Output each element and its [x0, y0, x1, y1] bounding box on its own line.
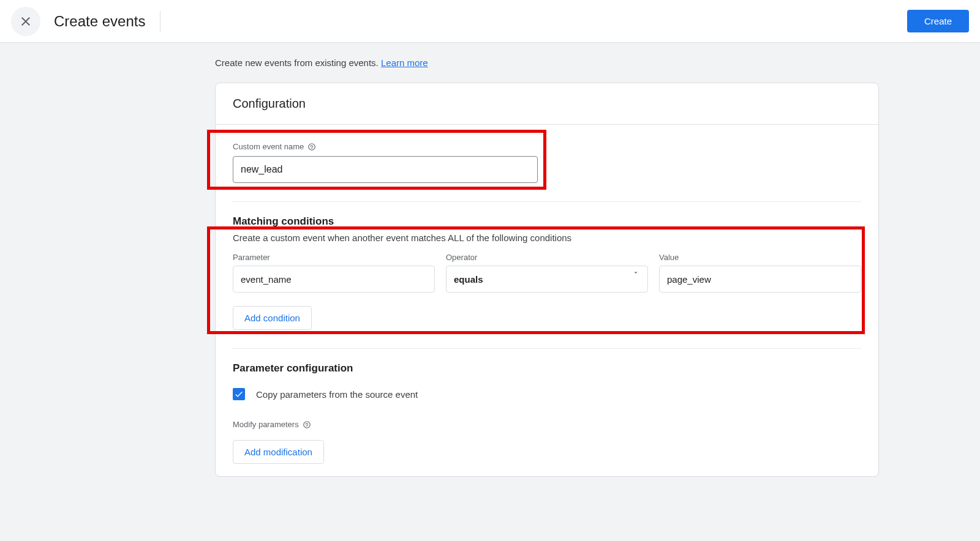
header-divider: [160, 11, 160, 32]
intro-row: Create new events from existing events. …: [101, 43, 879, 83]
modify-parameters-label: Modify parameters: [233, 420, 861, 429]
operator-select[interactable]: equals: [446, 266, 648, 293]
operator-value: equals: [454, 274, 483, 285]
condition-row: Parameter Operator equals Value: [233, 253, 861, 293]
close-icon: [18, 14, 33, 29]
operator-label: Operator: [446, 253, 648, 262]
value-col: Value: [659, 253, 861, 293]
content-outer: Create new events from existing events. …: [101, 43, 879, 501]
add-condition-button[interactable]: Add condition: [233, 306, 312, 330]
custom-event-name-label-text: Custom event name: [233, 142, 304, 151]
chevron-down-icon: [632, 267, 639, 278]
close-button[interactable]: [11, 7, 40, 36]
copy-parameters-label: Copy parameters from the source event: [256, 389, 418, 400]
custom-event-block: Custom event name: [233, 125, 861, 183]
operator-col: Operator equals: [446, 253, 648, 293]
check-icon: [234, 389, 244, 399]
matching-conditions-title: Matching conditions: [233, 215, 861, 228]
modify-parameters-label-text: Modify parameters: [233, 420, 299, 429]
matching-conditions-subtitle: Create a custom event when another event…: [233, 233, 861, 243]
value-input[interactable]: [659, 266, 861, 293]
learn-more-link[interactable]: Learn more: [381, 58, 428, 68]
parameter-col: Parameter: [233, 253, 435, 293]
parameter-label: Parameter: [233, 253, 435, 262]
add-modification-button[interactable]: Add modification: [233, 440, 324, 464]
create-button[interactable]: Create: [907, 10, 969, 32]
card-header: Configuration: [216, 83, 878, 125]
custom-event-name-label: Custom event name: [233, 142, 861, 151]
help-icon[interactable]: [307, 143, 316, 151]
value-label: Value: [659, 253, 861, 262]
copy-parameters-checkbox[interactable]: [233, 388, 245, 400]
parameter-input[interactable]: [233, 266, 435, 293]
help-icon[interactable]: [303, 420, 311, 429]
page-title: Create events: [51, 13, 145, 30]
header-left: Create events: [11, 7, 160, 36]
parameter-config-title: Parameter configuration: [233, 362, 861, 375]
intro-text: Create new events from existing events.: [215, 58, 381, 68]
card-body: Custom event name Matching conditions Cr…: [216, 125, 878, 464]
config-card: Configuration Custom event name Matching…: [215, 83, 879, 477]
copy-parameters-row: Copy parameters from the source event: [233, 388, 861, 400]
custom-event-name-input[interactable]: [233, 156, 538, 183]
header-bar: Create events Create: [0, 0, 980, 43]
matching-conditions-section: Matching conditions Create a custom even…: [233, 202, 861, 330]
parameter-config-section: Parameter configuration Copy parameters …: [233, 349, 861, 464]
